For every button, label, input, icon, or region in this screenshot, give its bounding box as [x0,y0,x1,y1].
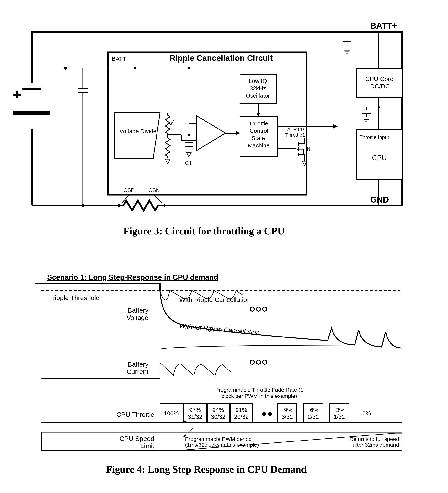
svg-text:+: + [200,139,203,145]
state-machine-block: ThrottleControlStateMachine [240,117,277,156]
svg-marker-37 [256,113,260,117]
ooo-1: OOO [250,305,268,313]
cpu-block: Throttle Input CPU [357,129,402,205]
returns-label: Returns to full speedafter 32ms demand [350,436,399,448]
svg-text:–: – [200,121,203,128]
oscillator-block: Low IQ32kHzOscillator [240,74,277,117]
ripple-cancellation-box [108,52,307,195]
cpu-label: CPU [372,154,387,162]
voltage-divider-block: Voltage Divider [115,113,160,158]
throttle-step-0-pct: 100% [164,410,179,416]
throttle-step-4-frac: 3/32 [282,414,293,420]
throttle-step-7-pct: 0% [363,410,371,416]
figure-4: Scenario 1: Long Step-Response in CPU de… [35,273,402,475]
with-rc-label: With Ripple Cancellation [179,296,251,303]
figure-3-caption: Figure 3: Circuit for throttling a CPU [123,225,285,236]
mosfet-icon: N [296,138,310,166]
ooo-2: OOO [250,358,268,366]
ripple-threshold-label: Ripple Threshold [50,294,99,301]
throttle-step-5-pct: 6% [310,407,318,413]
throttle-step-5-frac: 2/32 [308,414,319,420]
throttle-step-1-frac: 31/32 [188,414,202,420]
without-rc-label: Without Ripple Cancellation [179,322,260,336]
throttle-step-3-pct: 91% [235,407,247,413]
throttle-step-1-pct: 97% [189,407,201,413]
battery-voltage-label: BatteryVoltage [127,307,149,321]
state-machine-label: ThrottleControlStateMachine [248,120,269,149]
alrt-label: ALRT1/Throttle1 [285,127,305,138]
throttle-step-2-pct: 94% [213,407,224,413]
svg-marker-34 [236,131,240,135]
mosfet-n-label: N [307,146,310,151]
comparator-icon: – + [168,116,240,150]
svg-rect-0 [25,83,39,129]
batt-plus-label: BATT+ [370,21,397,30]
throttle-step-2-frac: 30/32 [211,414,225,420]
svg-marker-18 [165,159,170,164]
cap-top-right-icon [343,32,351,53]
svg-marker-40 [333,124,338,128]
gnd-label: GND [370,195,389,204]
throttle-steps: 100% 97% 31/32 94% 30/32 91% 29/32 9% 3/… [160,403,402,423]
svg-point-32 [188,134,190,136]
cpu-throttle-label: CPU Throttle [117,411,154,418]
figure-4-caption: Figure 4: Long Step Response in CPU Dema… [106,464,307,475]
svg-point-93 [262,412,266,416]
page: BATT+ BATT Ripple Cancellation Circuit V… [0,0,448,493]
cap-mid-right-icon [362,106,380,121]
csn-label: CSN [149,187,160,193]
battery-current-curve-rc [160,345,402,378]
throttle-step-6-pct: 3% [336,407,344,413]
svg-point-94 [268,412,272,416]
c1-cap-icon: C1 [185,135,193,166]
cap-batt-tap-icon [78,68,88,205]
csp-label: CSP [123,187,135,193]
throttle-input-label: Throttle Input [360,134,389,140]
throttle-step-6-frac: 1/32 [334,414,345,420]
cpu-speed-limit-label: CPU SpeedLimit [119,435,154,449]
voltage-divider-label: Voltage Divider [119,128,159,134]
oscillator-label: Low IQ32kHzOscillator [246,78,270,99]
battery-current-label: BatteryCurrent [127,361,149,375]
svg-point-79 [378,106,380,108]
pwm-period-label: Programmable PWM period(1ms/32clocks in … [185,436,259,448]
figure-3: BATT+ BATT Ripple Cancellation Circuit V… [13,21,402,236]
potentiometer-icon [165,113,174,164]
battery-symbol [13,83,50,129]
fade-rate-label: Programmable Throttle Fade Rate (1clock … [215,387,303,399]
scenario-title: Scenario 1: Long Step-Response in CPU de… [47,273,218,281]
throttle-step-3-frac: 29/32 [234,414,248,420]
svg-point-10 [81,204,85,207]
svg-marker-25 [187,152,191,157]
cpu-core-dcdc-block: CPU CoreDC/DC [357,32,402,129]
throttle-step-4-pct: 9% [284,407,292,413]
sense-resistor-icon [119,201,164,210]
batt-pin-label: BATT [112,56,126,62]
ripple-title: Ripple Cancellation Circuit [170,54,273,63]
c1-label: C1 [185,160,192,166]
